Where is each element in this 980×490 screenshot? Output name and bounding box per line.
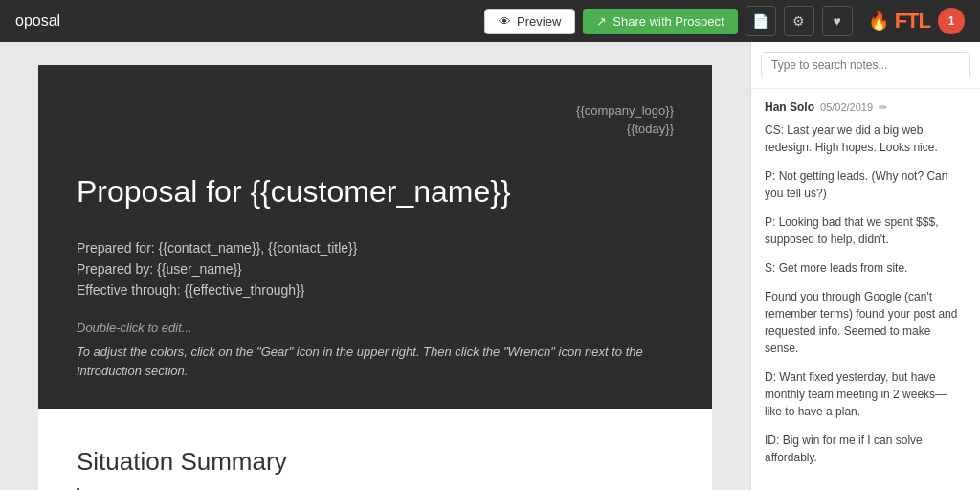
- edit-hint: Double-click to edit...: [77, 321, 674, 335]
- heart-button[interactable]: ♥: [822, 6, 853, 36]
- note-author-line: Han Solo 05/02/2019 ✏: [765, 100, 967, 114]
- prepared-for: Prepared for: {{contact_name}}, {{contac…: [77, 240, 674, 256]
- share-arrow-icon: ↗: [596, 14, 607, 29]
- share-nodes-icon: ⚙: [792, 13, 805, 29]
- share-button[interactable]: ↗ Share with Prospect: [583, 9, 737, 34]
- content-block: Situation Summary {{customer_name}} has …: [38, 409, 712, 490]
- effective-through: Effective through: {{effective_through}}: [77, 282, 674, 298]
- note-paragraph-3: S: Get more leads from site.: [765, 259, 967, 277]
- flame-icon: 🔥: [868, 11, 889, 32]
- preview-button[interactable]: 👁 Preview: [484, 9, 575, 34]
- prepared-by: Prepared by: {{user_name}}: [77, 261, 674, 277]
- proposal-meta: Prepared for: {{contact_name}}, {{contac…: [77, 240, 674, 298]
- note-paragraph-1: P: Not getting leads. (Why not? Can you …: [765, 167, 967, 202]
- proposal-title: Proposal for {{customer_name}}: [77, 174, 674, 210]
- main-layout: {{company_logo}} {{today}} Proposal for …: [0, 42, 980, 490]
- document-area: {{company_logo}} {{today}} Proposal for …: [0, 42, 750, 490]
- notes-search-input[interactable]: [761, 52, 970, 78]
- note-paragraph-6: ID: Big win for me if I can solve afford…: [765, 432, 967, 466]
- user-avatar[interactable]: 1: [938, 8, 965, 34]
- top-navigation: oposal 👁 Preview ↗ Share with Prospect 📄…: [0, 0, 980, 42]
- pencil-icon[interactable]: ✏: [879, 101, 887, 114]
- note-date: 05/02/2019: [820, 101, 873, 113]
- intro-block[interactable]: {{company_logo}} {{today}} Proposal for …: [38, 65, 712, 409]
- notes-panel: Han Solo 05/02/2019 ✏ CS: Last year we d…: [750, 42, 980, 490]
- today-placeholder: {{today}}: [77, 122, 674, 136]
- notes-content: Han Solo 05/02/2019 ✏ CS: Last year we d…: [751, 89, 980, 490]
- page-title: oposal: [15, 12, 60, 30]
- note-paragraph-5: D: Want fixed yesterday, but have monthl…: [765, 368, 967, 420]
- brand-area: 🔥 FTL: [868, 9, 930, 33]
- company-logo-placeholder: {{company_logo}}: [77, 103, 674, 118]
- situation-summary-heading: Situation Summary: [77, 447, 674, 477]
- notes-search-area: [751, 42, 980, 89]
- heart-icon: ♥: [834, 13, 841, 29]
- nav-actions: 👁 Preview ↗ Share with Prospect 📄 ⚙ ♥ 🔥 …: [484, 6, 965, 36]
- note-author: Han Solo: [765, 100, 814, 114]
- note-paragraph-0: CS: Last year we did a big web redesign.…: [765, 122, 967, 156]
- edit-instructions: To adjust the colors, click on the "Gear…: [77, 343, 674, 380]
- document-icon: 📄: [752, 13, 768, 29]
- brand-logo: FTL: [895, 9, 930, 33]
- share-nodes-button[interactable]: ⚙: [784, 6, 814, 36]
- document-icon-button[interactable]: 📄: [746, 6, 776, 36]
- eye-icon: 👁: [499, 14, 511, 29]
- note-paragraph-4: Found you through Google (can't remember…: [765, 288, 967, 357]
- note-paragraph-2: P: Looking bad that we spent $$$, suppos…: [765, 213, 967, 248]
